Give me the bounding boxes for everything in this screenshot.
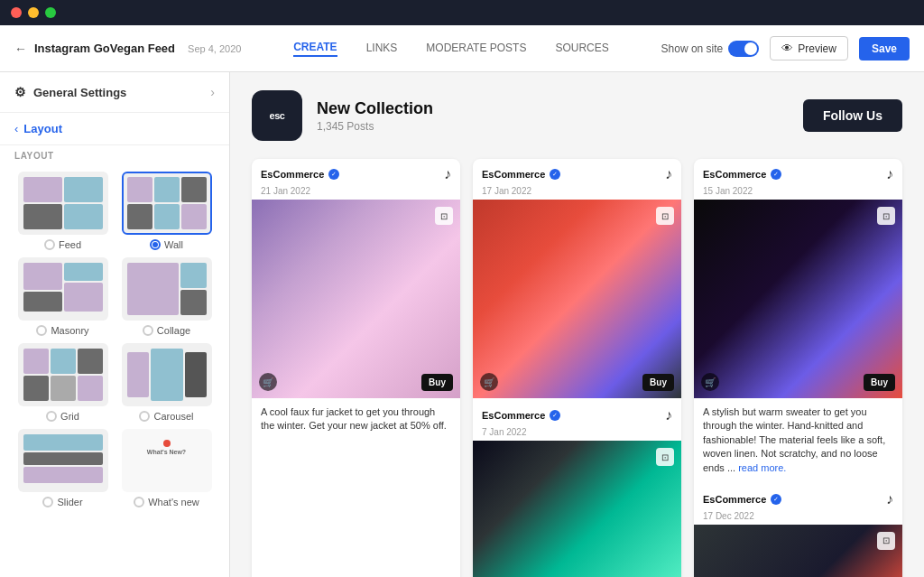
tiktok-icon: ♪ (444, 166, 451, 182)
buy-button[interactable]: Buy (864, 374, 895, 391)
verified-badge: ✓ (328, 169, 339, 180)
layout-item-carousel[interactable]: Carousel (118, 343, 215, 422)
tiktok-icon: ♪ (665, 407, 672, 423)
radio-grid (46, 411, 57, 422)
nav-links[interactable]: LINKS (366, 42, 398, 56)
chevron-left-icon: ‹ (14, 122, 18, 135)
layout-name-carousel: Carousel (139, 411, 193, 422)
cart-icon: 🛒 (480, 373, 498, 391)
buy-button[interactable]: Buy (642, 374, 674, 391)
radio-masonry (36, 325, 47, 336)
chevron-right-icon: › (210, 85, 215, 99)
page-date: Sep 4, 2020 (188, 43, 241, 54)
camera-icon: ⊡ (656, 207, 674, 225)
layout-item-collage[interactable]: Collage (118, 257, 215, 336)
verified-badge: ✓ (550, 169, 560, 180)
close-button[interactable] (11, 7, 22, 18)
camera-icon: ⊡ (877, 207, 895, 225)
verified-badge: ✓ (771, 169, 781, 180)
layout-name-grid: Grid (46, 411, 79, 422)
save-button[interactable]: Save (859, 37, 910, 60)
post-card: EsCommerce ✓ ♪ 15 Jan 2022 ⊡ 🛒 Buy A sty… (694, 159, 902, 577)
post-caption: A stylish but warm sweater to get you th… (694, 398, 902, 482)
read-more-link[interactable]: read more. (738, 462, 786, 473)
header-left: ← Instagram GoVegan Feed Sep 4, 2020 (14, 42, 241, 56)
layout-item-wall[interactable]: Wall (118, 172, 215, 250)
post-card: EsCommerce ✓ ♪ 21 Jan 2022 ⊡ 🛒 Buy A coo… (252, 159, 460, 577)
profile-avatar: esc (252, 90, 302, 141)
post-date-2: 7 Jan 2022 (473, 427, 681, 441)
layout-label: Layout (23, 122, 62, 135)
show-on-site-control: Show on site (661, 41, 760, 57)
maximize-button[interactable] (45, 7, 56, 18)
layout-thumb-carousel (122, 343, 212, 406)
general-settings-label: General Settings (33, 86, 126, 99)
layout-item-whatsnew[interactable]: What's New? What's new (118, 429, 215, 507)
post-image: ⊡ 🛒 Buy (473, 200, 681, 398)
cart-icon: 🛒 (259, 373, 277, 391)
nav-moderate[interactable]: MODERATE POSTS (426, 42, 526, 56)
post-username: EsCommerce (703, 169, 766, 180)
follow-button[interactable]: Follow Us (803, 99, 902, 132)
eye-icon: 👁 (781, 42, 793, 55)
layout-item-masonry[interactable]: Masonry (14, 257, 111, 336)
layout-thumb-slider (18, 429, 108, 492)
general-settings-section[interactable]: ⚙ General Settings › (0, 72, 229, 113)
nav-sources[interactable]: SOURCES (555, 42, 608, 56)
radio-collage (143, 325, 153, 336)
preview-panel: esc New Collection 1,345 Posts Follow Us… (230, 72, 924, 577)
layout-grid-label: LAYOUT (0, 145, 229, 164)
layout-thumb-masonry (18, 257, 108, 321)
post-date: 17 Jan 2022 (473, 186, 681, 200)
profile-name: New Collection (317, 99, 789, 118)
show-on-site-toggle[interactable] (728, 41, 759, 57)
minimize-button[interactable] (28, 7, 39, 18)
post-caption: A cool faux fur jacket to get you throug… (252, 398, 460, 441)
radio-slider (42, 497, 53, 507)
post-header: EsCommerce ✓ ♪ (473, 159, 681, 186)
radio-feed (44, 239, 55, 250)
layout-section[interactable]: ‹ Layout (0, 113, 229, 145)
back-button[interactable]: ← (14, 42, 27, 56)
layout-name-collage: Collage (143, 325, 190, 336)
radio-carousel (139, 411, 150, 422)
layout-item-feed[interactable]: Feed (14, 172, 111, 250)
post-image-3: ⊡ (694, 525, 902, 577)
post-image-2: ⊡ (473, 441, 681, 577)
tiktok-icon: ♪ (886, 166, 893, 182)
cart-icon: 🛒 (701, 373, 719, 391)
layout-item-slider[interactable]: Slider (14, 429, 111, 507)
nav-create[interactable]: CREATE (293, 41, 337, 57)
toggle-knob (744, 42, 757, 55)
camera-icon: ⊡ (435, 207, 453, 225)
post-user: EsCommerce ✓ (482, 169, 560, 180)
layout-thumb-collage (122, 257, 212, 321)
post-user: EsCommerce ✓ (703, 169, 781, 180)
preview-button[interactable]: 👁 Preview (770, 36, 848, 60)
profile-header: esc New Collection 1,345 Posts Follow Us (252, 90, 902, 141)
profile-posts: 1,345 Posts (317, 120, 789, 133)
post-username: EsCommerce (703, 494, 766, 505)
general-settings-left: ⚙ General Settings (14, 85, 126, 99)
layout-thumb-feed (18, 172, 108, 235)
post-date: 21 Jan 2022 (252, 186, 460, 200)
radio-wall (150, 239, 161, 250)
header: ← Instagram GoVegan Feed Sep 4, 2020 CRE… (0, 25, 924, 72)
layout-thumb-whatsnew: What's New? (122, 429, 212, 492)
post-header: EsCommerce ✓ ♪ (694, 159, 902, 186)
layout-item-grid[interactable]: Grid (14, 343, 111, 422)
show-on-site-label: Show on site (661, 42, 724, 55)
title-bar (0, 0, 924, 25)
main-content: ⚙ General Settings › ‹ Layout LAYOUT (0, 72, 924, 577)
post-header: EsCommerce ✓ ♪ (252, 159, 460, 186)
radio-whatsnew (134, 497, 144, 507)
post-user: EsCommerce ✓ (482, 410, 560, 421)
verified-badge: ✓ (550, 410, 560, 421)
layout-name-whatsnew: What's new (134, 497, 199, 507)
post-username: EsCommerce (482, 410, 545, 421)
page-title: Instagram GoVegan Feed (34, 42, 175, 55)
header-right: Show on site 👁 Preview Save (661, 36, 910, 60)
post-username: EsCommerce (482, 169, 545, 180)
buy-button[interactable]: Buy (421, 374, 453, 391)
posts-grid: EsCommerce ✓ ♪ 21 Jan 2022 ⊡ 🛒 Buy A coo… (252, 159, 902, 577)
